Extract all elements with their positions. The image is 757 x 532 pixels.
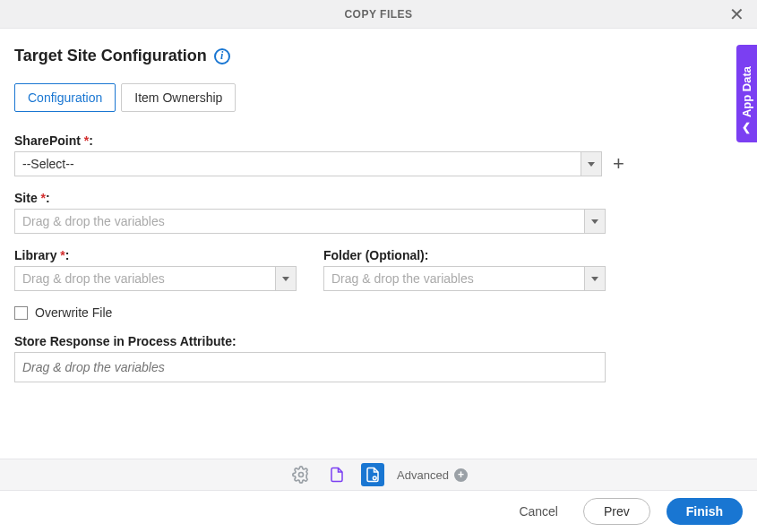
sharepoint-label: SharePoint *: [14,133,720,148]
chevron-left-icon: ❮ [743,121,752,133]
site-input[interactable] [14,209,584,234]
library-label: Library *: [14,248,297,262]
chevron-down-icon [588,162,595,167]
overwrite-file-checkbox[interactable] [14,306,28,320]
tab-bar: Configuration Item Ownership [14,83,720,112]
library-input[interactable] [14,266,275,291]
settings-gear-icon[interactable] [289,463,313,486]
cancel-button[interactable]: Cancel [510,499,567,524]
document-icon[interactable] [325,463,348,486]
plus-circle-icon: + [454,468,468,482]
document-settings-icon[interactable] [361,463,384,486]
chevron-down-icon [591,219,598,224]
advanced-toggle[interactable]: Advanced + [397,468,468,482]
bottom-toolbar: Advanced + [0,459,757,491]
svg-point-0 [299,473,304,477]
prev-button[interactable]: Prev [583,498,650,525]
tab-configuration[interactable]: Configuration [14,83,116,112]
site-dropdown-button[interactable] [584,209,606,234]
add-sharepoint-button[interactable]: + [611,154,626,174]
dialog-header: COPY FILES ✕ [0,0,757,29]
sharepoint-select[interactable] [14,151,581,176]
advanced-label: Advanced [397,468,449,482]
section-title: Target Site Configuration [14,47,207,65]
library-dropdown-button[interactable] [275,266,297,291]
dialog-content: Target Site Configuration i Configuratio… [0,29,735,382]
dialog-footer: Cancel Prev Finish [0,491,757,532]
chevron-down-icon [591,277,598,281]
folder-label: Folder (Optional): [323,248,606,262]
sharepoint-dropdown-button[interactable] [581,151,602,176]
info-icon[interactable]: i [214,48,230,64]
app-data-label: App Data [740,66,753,117]
site-label: Site *: [14,191,720,205]
store-response-label: Store Response in Process Attribute: [14,334,720,348]
app-data-drawer-handle[interactable]: ❮ App Data [736,45,757,142]
close-icon[interactable]: ✕ [726,4,748,25]
overwrite-file-label: Overwrite File [35,305,112,320]
folder-input[interactable] [323,266,584,291]
folder-dropdown-button[interactable] [584,266,606,291]
svg-point-1 [373,476,376,480]
chevron-down-icon [282,277,289,281]
tab-item-ownership[interactable]: Item Ownership [121,83,236,112]
store-response-input[interactable] [14,352,606,382]
finish-button[interactable]: Finish [667,498,743,525]
dialog-title: COPY FILES [344,8,412,21]
